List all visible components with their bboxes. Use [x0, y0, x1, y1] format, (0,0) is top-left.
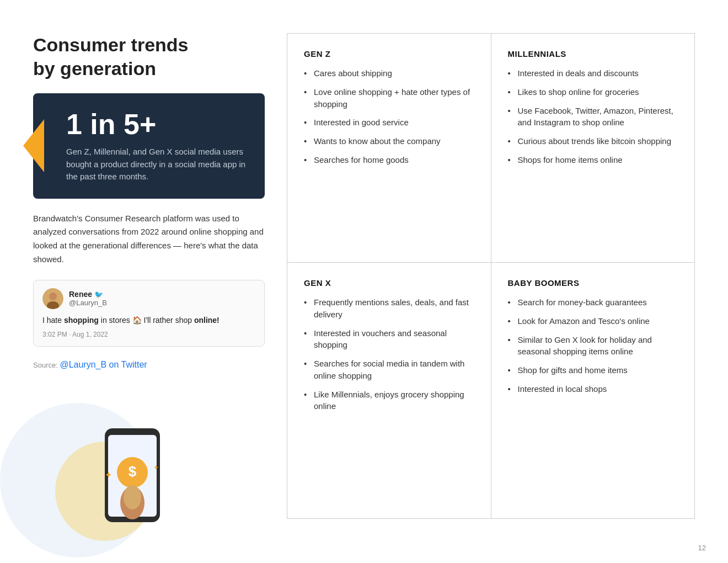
page-title: Consumer trends by generation — [33, 33, 265, 80]
list-item: Love online shopping + hate other types … — [304, 86, 474, 110]
stat-box: 1 in 5+ Gen Z, Millennial, and Gen X soc… — [33, 93, 265, 199]
source-link[interactable]: @Lauryn_B on Twitter — [60, 360, 147, 369]
gen-x-cell: GEN X Frequently mentions sales, deals, … — [287, 263, 491, 519]
illustration-area: $ ✦ ✦ — [33, 383, 265, 541]
top-row: GEN Z Cares about shipping Love online s… — [287, 34, 695, 263]
millennials-cell: MILLENNIALS Interested in deals and disc… — [491, 34, 695, 263]
generation-grid: GEN Z Cares about shipping Love online s… — [287, 33, 695, 519]
list-item: Use Facebook, Twitter, Amazon, Pinterest… — [508, 105, 678, 129]
tweet-avatar — [42, 288, 63, 309]
bottom-row: GEN X Frequently mentions sales, deals, … — [287, 263, 695, 519]
svg-text:✦: ✦ — [153, 464, 159, 471]
tweet-card: Renee 🐦 @Lauryn_B I hate shopping in sto… — [33, 280, 265, 347]
millennials-label: MILLENNIALS — [508, 49, 678, 59]
svg-point-1 — [49, 293, 57, 300]
list-item: Likes to shop online for groceries — [508, 86, 678, 98]
baby-boomers-bullets: Search for money-back guarantees Look fo… — [508, 296, 678, 395]
gen-z-bullets: Cares about shipping Love online shoppin… — [304, 67, 474, 166]
right-column: GEN Z Cares about shipping Love online s… — [287, 33, 695, 541]
list-item: Wants to know about the company — [304, 135, 474, 147]
list-item: Look for Amazon and Tesco's online — [508, 315, 678, 327]
stat-description: Gen Z, Millennial, and Gen X social medi… — [66, 146, 249, 183]
verified-icon: 🐦 — [94, 290, 103, 299]
list-item: Shop for gifts and home items — [508, 364, 678, 376]
svg-point-8 — [124, 485, 141, 509]
tweet-time: 3:02 PM · Aug 1, 2022 — [42, 331, 255, 338]
list-item: Similar to Gen X look for holiday and se… — [508, 334, 678, 358]
list-item: Search for money-back guarantees — [508, 296, 678, 309]
gen-x-bullets: Frequently mentions sales, deals, and fa… — [304, 296, 474, 412]
stat-number: 1 in 5+ — [66, 109, 249, 140]
baby-boomers-cell: BABY BOOMERS Search for money-back guara… — [491, 263, 695, 519]
list-item: Interested in local shops — [508, 383, 678, 395]
tweet-handle: @Lauryn_B — [69, 299, 107, 307]
list-item: Like Millennials, enjoys grocery shoppin… — [304, 389, 474, 413]
source-attribution: Source: @Lauryn_B on Twitter — [33, 360, 265, 370]
svg-text:$: $ — [129, 463, 137, 480]
tweet-header: Renee 🐦 @Lauryn_B — [42, 288, 255, 309]
list-item: Searches for social media in tandem with… — [304, 358, 474, 382]
page-number: 12 — [698, 544, 706, 552]
list-item: Interested in vouchers and seasonal shop… — [304, 327, 474, 352]
page-container: Consumer trends by generation 1 in 5+ Ge… — [0, 0, 728, 563]
body-text: Brandwatch's Consumer Research platform … — [33, 212, 265, 267]
gen-z-cell: GEN Z Cares about shipping Love online s… — [287, 34, 491, 263]
list-item: Frequently mentions sales, deals, and fa… — [304, 296, 474, 321]
baby-boomers-label: BABY BOOMERS — [508, 278, 678, 288]
tweet-text: I hate shopping in stores 🏠 I'll rather … — [42, 315, 255, 326]
list-item: Cares about shipping — [304, 67, 474, 79]
list-item: Shops for home items online — [508, 154, 678, 166]
millennials-bullets: Interested in deals and discounts Likes … — [508, 67, 678, 166]
phone-illustration: $ ✦ ✦ — [88, 423, 176, 535]
list-item: Curious about trends like bitcoin shoppi… — [508, 135, 678, 147]
gen-x-label: GEN X — [304, 278, 474, 288]
list-item: Searches for home goods — [304, 154, 474, 166]
triangle-decoration — [23, 119, 44, 172]
tweet-username: Renee 🐦 — [69, 290, 107, 299]
tweet-user-info: Renee 🐦 @Lauryn_B — [69, 290, 107, 307]
source-label: Source: — [33, 361, 60, 369]
left-column: Consumer trends by generation 1 in 5+ Ge… — [33, 33, 265, 541]
gen-z-label: GEN Z — [304, 49, 474, 59]
list-item: Interested in good service — [304, 116, 474, 129]
svg-text:✦: ✦ — [105, 470, 112, 480]
list-item: Interested in deals and discounts — [508, 67, 678, 79]
